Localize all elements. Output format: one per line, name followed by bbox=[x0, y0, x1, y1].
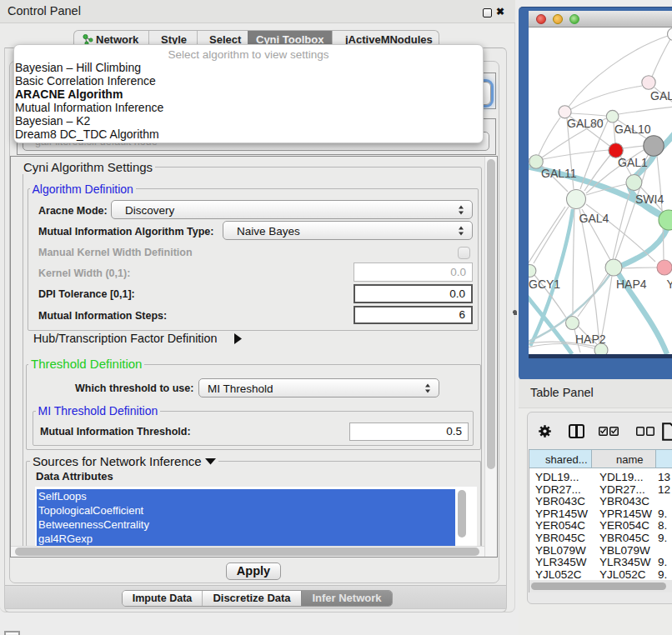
svg-text:HAP2: HAP2 bbox=[575, 332, 606, 346]
svg-text:GCY1: GCY1 bbox=[529, 278, 560, 291]
svg-text:GAL4: GAL4 bbox=[579, 212, 609, 225]
svg-text:YJ: YJ bbox=[667, 278, 672, 291]
svg-text:GAL80: GAL80 bbox=[567, 117, 604, 130]
svg-text:GAL7: GAL7 bbox=[650, 89, 672, 102]
svg-text:HAP4: HAP4 bbox=[616, 278, 647, 291]
svg-text:GAL11: GAL11 bbox=[541, 167, 577, 180]
svg-text:GAL1: GAL1 bbox=[618, 156, 648, 169]
svg-text:GAL10: GAL10 bbox=[614, 122, 651, 136]
svg-text:SWI4: SWI4 bbox=[635, 192, 664, 206]
